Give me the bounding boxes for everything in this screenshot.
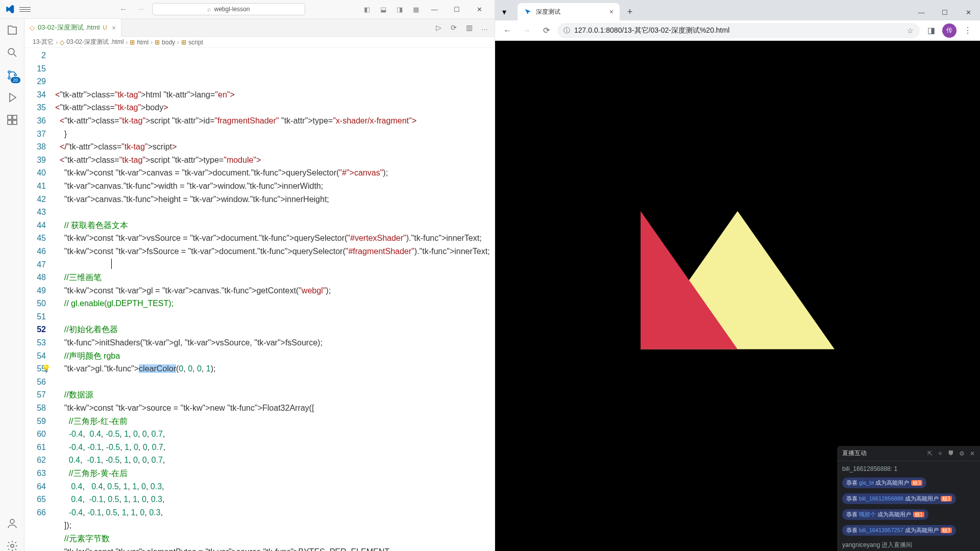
chrome-toolbar: ← → ⟳ ⓘ 127.0.0.1:8080/13-其它/03-02-深度测试%… [495, 20, 980, 41]
svg-rect-5 [13, 115, 17, 119]
minimize-button[interactable]: — [423, 1, 446, 17]
debug-icon[interactable] [5, 90, 19, 105]
maximize-button[interactable]: ☐ [933, 4, 957, 20]
maximize-button[interactable]: ☐ [446, 1, 468, 17]
svg-point-0 [8, 48, 14, 55]
text-cursor [111, 259, 112, 269]
source-control-icon[interactable]: 20 [5, 68, 19, 82]
chat-messages[interactable]: bili_16612856888: 1恭喜 gis_bt 成为高能用户舰3恭喜 … [837, 461, 980, 551]
svg-rect-4 [8, 115, 12, 119]
url-text: 127.0.0.1:8080/13-其它/03-02-深度测试%20.html [574, 26, 729, 35]
chat-message: 恭喜 bili_16413957257 成为高能用户舰3 [842, 525, 975, 536]
layout-grid-icon[interactable]: ▦ [409, 3, 423, 15]
more-actions-button[interactable]: … [478, 21, 491, 34]
minimize-button[interactable]: — [910, 4, 933, 20]
menu-icon[interactable] [19, 4, 31, 15]
reload-button[interactable]: ⟳ [538, 22, 554, 39]
search-icon[interactable] [5, 45, 19, 60]
chrome-titlebar: ▾ 深度测试 × + — ☐ ✕ [495, 0, 980, 20]
svg-rect-7 [13, 120, 17, 124]
extensions-icon[interactable] [5, 113, 19, 127]
compare-button[interactable]: ⟳ [448, 21, 460, 34]
tab-label: 03-02-深度测试 .html [38, 23, 100, 32]
chat-message: yangniceyang 进入直播间 [842, 541, 975, 549]
close-button[interactable]: ✕ [468, 1, 491, 17]
vscode-window: ← → ⌕ webgl-lesson ◧ ⬓ ◨ ▦ — ☐ ✕ [0, 0, 495, 551]
breadcrumb-item[interactable]: 13-其它 [33, 38, 54, 46]
svg-point-9 [11, 544, 14, 547]
code-lines[interactable]: <"tk-attr">class="tk-tag">html "tk-attr"… [55, 48, 495, 551]
breadcrumb-item[interactable]: html [137, 39, 149, 46]
tab-title: 深度测试 [536, 8, 560, 16]
tab-modified-badge: U [103, 24, 107, 31]
address-bar[interactable]: ⓘ 127.0.0.1:8080/13-其它/03-02-深度测试%20.htm… [557, 23, 920, 38]
profile-avatar[interactable]: 传 [942, 23, 957, 38]
chat-link-icon[interactable]: ⇱ [927, 450, 933, 457]
site-info-icon[interactable]: ⓘ [564, 26, 570, 35]
back-button[interactable]: ← [499, 22, 516, 39]
vscode-titlebar: ← → ⌕ webgl-lesson ◧ ⬓ ◨ ▦ — ☐ ✕ [0, 0, 495, 19]
favicon [524, 8, 532, 16]
account-icon[interactable] [5, 516, 19, 531]
settings-gear-icon[interactable] [5, 539, 19, 551]
tab-bar: ◇ 03-02-深度测试 .html U × ▷ ⟳ ▥ … [24, 19, 495, 37]
nav-back-button[interactable]: ← [116, 3, 131, 15]
browser-tab[interactable]: 深度测试 × [518, 3, 620, 20]
chat-header: 直播互动 ⇱ ✧ ⛊ ⚙ ✕ [837, 446, 980, 461]
chrome-menu-icon[interactable]: ⋮ [960, 22, 976, 39]
command-center[interactable]: ⌕ webgl-lesson [152, 3, 305, 15]
page-content: 直播互动 ⇱ ✧ ⛊ ⚙ ✕ bili_16612856888: 1恭喜 gis… [495, 41, 980, 551]
chat-close-icon[interactable]: ✕ [970, 450, 975, 457]
chat-lock-icon[interactable]: ⛊ [948, 450, 954, 457]
tab-close-icon[interactable]: × [112, 24, 116, 32]
chat-title: 直播互动 [842, 449, 867, 458]
editor-group: ◇ 03-02-深度测试 .html U × ▷ ⟳ ▥ … 13-其它› ◇0… [24, 19, 495, 551]
tab-close-icon[interactable]: × [609, 8, 614, 16]
svg-point-3 [14, 74, 16, 76]
chat-settings-icon[interactable]: ⚙ [959, 450, 965, 457]
layout-left-icon[interactable]: ◧ [360, 3, 374, 15]
chat-message: 恭喜 gis_bt 成为高能用户舰3 [842, 478, 975, 488]
svg-point-2 [8, 77, 10, 79]
scm-badge: 20 [11, 77, 20, 83]
command-center-text: webgl-lesson [214, 6, 250, 13]
split-editor-button[interactable]: ▥ [463, 21, 475, 34]
search-icon: ⌕ [207, 6, 211, 13]
chat-message: bili_16612856888: 1 [842, 465, 975, 472]
layout-bottom-icon[interactable]: ⬓ [376, 3, 390, 15]
chat-message: 恭喜 哦那个 成为高能用户舰1 [842, 509, 975, 520]
live-chat-panel: 直播互动 ⇱ ✧ ⛊ ⚙ ✕ bili_16612856888: 1恭喜 gis… [837, 446, 980, 551]
chat-message: 恭喜 bili_16612856888 成为高能用户舰3 [842, 493, 975, 504]
layout-right-icon[interactable]: ◨ [393, 3, 407, 15]
breadcrumb-item[interactable]: script [188, 39, 203, 46]
nav-forward-button[interactable]: → [134, 3, 148, 15]
bookmark-star-icon[interactable]: ☆ [907, 27, 914, 35]
svg-point-8 [10, 519, 14, 523]
run-button[interactable]: ▷ [432, 21, 445, 34]
line-gutter: 2152934353637383940414243444546474849505… [24, 48, 55, 551]
close-button[interactable]: ✕ [957, 4, 980, 20]
svg-rect-6 [8, 120, 12, 124]
chrome-window: ▾ 深度测试 × + — ☐ ✕ ← → ⟳ ⓘ 127.0.0.1:8080/… [495, 0, 980, 551]
editor-tab[interactable]: ◇ 03-02-深度测试 .html U × [24, 19, 121, 37]
side-panel-icon[interactable]: ◨ [923, 22, 939, 39]
breadcrumb-item[interactable]: 03-02-深度测试 .html [66, 38, 124, 46]
breadcrumb[interactable]: 13-其它› ◇03-02-深度测试 .html› ⊞html› ⊞body› … [24, 37, 495, 48]
new-tab-button[interactable]: + [623, 5, 637, 19]
explorer-icon[interactable] [5, 23, 19, 37]
activity-bar: 20 [0, 19, 24, 551]
tab-search-icon[interactable]: ▾ [495, 3, 513, 20]
chat-gift-icon[interactable]: ✧ [938, 450, 943, 457]
forward-button[interactable]: → [519, 22, 535, 39]
svg-point-1 [8, 71, 10, 73]
vscode-logo-icon [4, 4, 15, 15]
breadcrumb-item[interactable]: body [162, 39, 175, 46]
code-editor[interactable]: 2152934353637383940414243444546474849505… [24, 48, 495, 551]
